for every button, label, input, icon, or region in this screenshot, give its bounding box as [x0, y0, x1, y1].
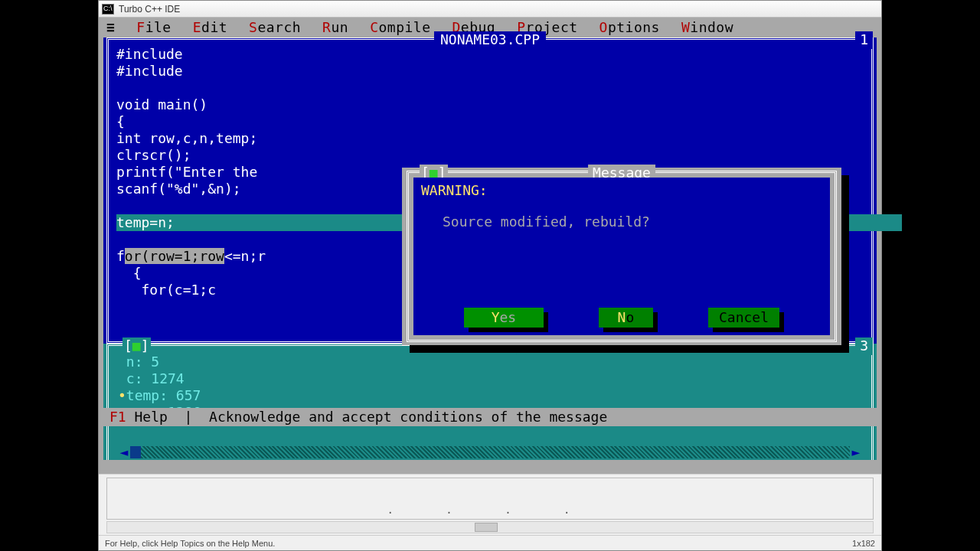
scroll-left-icon[interactable]: ◄	[118, 446, 130, 458]
host-status-left: For Help, click Help Topics on the Help …	[105, 539, 275, 548]
host-title: Turbo C++ IDE	[119, 5, 180, 14]
host-status-right: 1x182	[852, 539, 875, 548]
scroll-right-icon[interactable]: ►	[850, 446, 862, 458]
dialog-warning-label: WARNING:	[421, 182, 488, 198]
message-dialog: [■] Message WARNING: Source modified, re…	[402, 168, 841, 345]
scroll-thumb[interactable]	[130, 446, 141, 458]
status-hint: Acknowledge and accept conditions of the…	[209, 409, 607, 425]
host-footer: · · · · For Help, click Help Topics on t…	[99, 474, 881, 550]
watch-close-icon[interactable]: [■]	[122, 337, 151, 355]
host-canvas-dots: · · · ·	[387, 507, 593, 519]
host-statusbar: For Help, click Help Topics on the Help …	[99, 535, 881, 550]
no-button[interactable]: No	[599, 308, 653, 328]
host-canvas: · · · ·	[106, 478, 874, 520]
dialog-body: WARNING: Source modified, rebuild? Yes N…	[413, 178, 830, 335]
cmd-icon: C:\	[102, 4, 114, 15]
watch-hscrollbar[interactable]: ◄ ►	[119, 446, 861, 458]
yes-button[interactable]: Yes	[464, 308, 544, 328]
cancel-button[interactable]: Cancel	[708, 308, 779, 328]
host-titlebar[interactable]: C:\ Turbo C++ IDE	[99, 1, 881, 18]
status-help-label[interactable]: Help	[135, 409, 176, 425]
menu-run[interactable]: Run	[322, 19, 348, 37]
dialog-message: Source modified, rebuild?	[421, 214, 822, 231]
host-scroll-thumb[interactable]	[475, 523, 498, 532]
menu-edit[interactable]: Edit	[193, 19, 227, 37]
host-window: C:\ Turbo C++ IDE ≡ File Edit Search Run…	[98, 0, 882, 551]
menu-search[interactable]: Search	[249, 19, 301, 37]
dos-screen: ≡ File Edit Search Run Compile Debug Pro…	[99, 18, 881, 474]
dialog-buttons: Yes No Cancel	[413, 308, 830, 328]
status-separator: |	[176, 409, 201, 425]
menu-window[interactable]: Window	[681, 19, 733, 37]
watch-window-number: 3	[855, 337, 873, 355]
dialog-frame: [■] Message WARNING: Source modified, re…	[407, 171, 837, 342]
menu-options[interactable]: Options	[599, 19, 660, 37]
watch-window[interactable]: [■] Watch 3 n: 5 c: 1274 •temp: 657 row:…	[103, 344, 877, 460]
host-hscrollbar[interactable]	[106, 521, 874, 533]
system-menu-icon[interactable]: ≡	[106, 19, 115, 37]
menu-compile[interactable]: Compile	[370, 19, 430, 37]
statusbar: F1 Help | Acknowledge and accept conditi…	[103, 408, 877, 426]
status-help-key: F1	[109, 409, 126, 425]
menu-file[interactable]: File	[136, 19, 171, 37]
watch-border: [■] Watch 3 n: 5 c: 1274 •temp: 657 row:…	[106, 344, 874, 460]
